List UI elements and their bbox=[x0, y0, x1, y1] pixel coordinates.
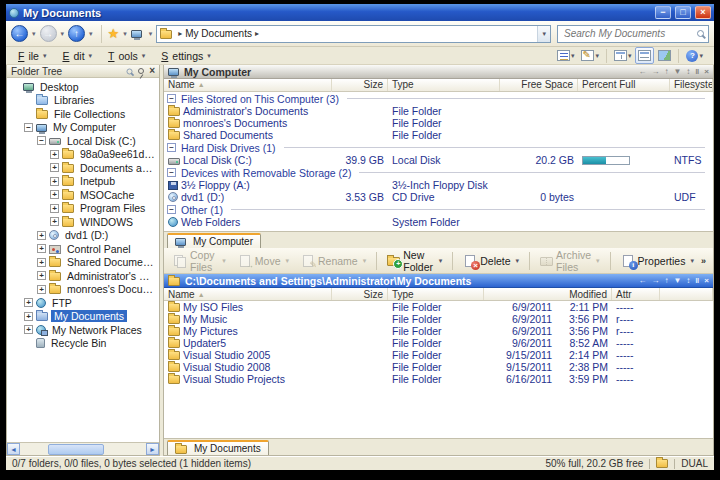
pane-back-icon[interactable]: ← bbox=[638, 277, 646, 285]
tree-expander[interactable]: + bbox=[50, 204, 59, 213]
file-row[interactable]: monroes's DocumentsFile Folder bbox=[164, 117, 713, 129]
pane-up-icon[interactable]: ↑ bbox=[664, 277, 668, 285]
pin-icon[interactable] bbox=[138, 68, 144, 74]
file-row[interactable]: Local Disk (C:)39.9 GBLocal Disk20.2 GBN… bbox=[164, 154, 713, 166]
file-row[interactable]: Visual Studio 2005File Folder9/15/20112:… bbox=[164, 349, 713, 361]
tree-item[interactable]: +Administrator's Documents bbox=[7, 269, 159, 283]
help-button[interactable]: ?▾ bbox=[683, 47, 706, 64]
chevron-down-icon[interactable]: ▾ bbox=[628, 52, 632, 60]
tree-expander[interactable]: + bbox=[24, 312, 33, 321]
toolbar-overflow-icon[interactable]: » bbox=[701, 256, 709, 266]
file-row[interactable]: My MusicFile Folder6/9/20113:56 PMr---- bbox=[164, 313, 713, 325]
preview-pane-button[interactable] bbox=[655, 47, 674, 64]
maximize-button[interactable]: □ bbox=[675, 6, 691, 19]
scroll-left-icon[interactable]: ◄ bbox=[7, 443, 20, 455]
properties-button[interactable]: Properties▾ bbox=[616, 253, 699, 269]
search-icon[interactable] bbox=[697, 30, 704, 37]
tree-expander[interactable]: + bbox=[24, 325, 33, 334]
up-button[interactable]: ↑ bbox=[68, 25, 85, 42]
pane-forward-icon[interactable]: → bbox=[651, 277, 659, 285]
tree-item[interactable]: +dvd1 (D:) bbox=[7, 229, 159, 243]
search-input[interactable] bbox=[562, 27, 697, 40]
close-button[interactable]: × bbox=[695, 6, 711, 19]
group-collapse-icon[interactable]: − bbox=[167, 205, 176, 214]
breadcrumb-item[interactable]: My Documents bbox=[185, 28, 252, 39]
column-header-filesystem[interactable]: Filesystem bbox=[670, 79, 713, 91]
tree-horizontal-scrollbar[interactable]: ◄ ► bbox=[7, 442, 159, 455]
tree-item[interactable]: +Control Panel bbox=[7, 242, 159, 256]
tree-item[interactable]: +Inetpub bbox=[7, 175, 159, 189]
tree-item[interactable]: +Shared Documents bbox=[7, 256, 159, 270]
tree-item[interactable]: +Documents and Settings bbox=[7, 161, 159, 175]
tree-item[interactable]: +My Network Places bbox=[7, 323, 159, 337]
address-breadcrumb-bar[interactable]: ▸ My Documents ▸ ▾ bbox=[156, 25, 551, 43]
tree-expander[interactable]: + bbox=[37, 244, 46, 253]
chevron-down-icon[interactable]: ▾ bbox=[571, 52, 575, 60]
tree-expander[interactable]: + bbox=[37, 271, 46, 280]
pane-dock-icon[interactable]: ▼ bbox=[673, 68, 681, 76]
pane-back-icon[interactable]: ← bbox=[638, 68, 646, 76]
pane-forward-icon[interactable]: → bbox=[651, 68, 659, 76]
file-row[interactable]: Updater5File Folder9/6/20118:52 AM----- bbox=[164, 337, 713, 349]
scrollbar-thumb[interactable] bbox=[48, 444, 104, 455]
tree-expander[interactable]: + bbox=[37, 258, 46, 267]
tree-search-icon[interactable] bbox=[127, 68, 133, 74]
minimize-button[interactable]: − bbox=[655, 6, 671, 19]
column-header-type[interactable]: Type bbox=[388, 288, 484, 300]
file-row[interactable]: Administrator's DocumentsFile Folder bbox=[164, 105, 713, 117]
pane-hold-icon[interactable]: ‖ bbox=[695, 68, 699, 76]
pane-dock-icon[interactable]: ▼ bbox=[673, 277, 681, 285]
chevron-down-icon[interactable]: ▾ bbox=[516, 257, 520, 265]
tree-item[interactable]: Recycle Bin bbox=[7, 337, 159, 351]
tree-item[interactable]: +MSOCache bbox=[7, 188, 159, 202]
folders-dropdown-icon[interactable]: ▾ bbox=[147, 30, 155, 38]
file-row[interactable]: Shared DocumentsFile Folder bbox=[164, 129, 713, 141]
menu-file[interactable]: File▾ bbox=[10, 49, 54, 63]
pane-swap-icon[interactable]: ↕ bbox=[686, 277, 690, 285]
favorites-dropdown-icon[interactable]: ▾ bbox=[121, 30, 129, 38]
pane-close-icon[interactable]: × bbox=[704, 68, 709, 76]
tree-expander[interactable]: + bbox=[50, 177, 59, 186]
back-button[interactable]: ← bbox=[11, 25, 28, 42]
column-header-name[interactable]: Name▲ bbox=[164, 79, 332, 91]
group-collapse-icon[interactable]: − bbox=[167, 143, 176, 152]
favorites-star-icon[interactable]: ★ bbox=[108, 27, 120, 40]
chevron-down-icon[interactable]: ▾ bbox=[595, 52, 599, 60]
delete-button[interactable]: Delete▾ bbox=[458, 253, 524, 269]
tree-item[interactable]: Desktop bbox=[7, 80, 159, 94]
chevron-down-icon[interactable]: ▾ bbox=[690, 257, 694, 265]
menu-edit[interactable]: Edit▾ bbox=[54, 49, 100, 63]
tree-expander[interactable]: + bbox=[50, 217, 59, 226]
pane-up-icon[interactable]: ↑ bbox=[664, 68, 668, 76]
back-dropdown-icon[interactable]: ▾ bbox=[30, 30, 38, 38]
tree-item[interactable]: +98a0a9ee61d227d5e9 bbox=[7, 148, 159, 162]
scrollbar-track[interactable] bbox=[20, 444, 146, 455]
tree-expander[interactable]: + bbox=[50, 163, 59, 172]
folders-view-icon[interactable] bbox=[131, 30, 142, 38]
tree-expander[interactable]: + bbox=[24, 298, 33, 307]
pane-swap-icon[interactable]: ↕ bbox=[686, 68, 690, 76]
column-header-type[interactable]: Type bbox=[388, 79, 500, 91]
tab-my-computer[interactable]: My Computer bbox=[167, 233, 261, 248]
tree-item[interactable]: +WINDOWS bbox=[7, 215, 159, 229]
tree-expander[interactable]: + bbox=[50, 190, 59, 199]
new-folder-button[interactable]: New Folder▾ bbox=[382, 247, 447, 275]
dual-pane-button[interactable] bbox=[635, 47, 654, 64]
menu-settings[interactable]: Settings▾ bbox=[153, 49, 218, 63]
file-row[interactable]: Web FoldersSystem Folder bbox=[164, 216, 713, 228]
pane-close-icon[interactable]: × bbox=[704, 277, 709, 285]
file-row[interactable]: Visual Studio ProjectsFile Folder6/16/20… bbox=[164, 373, 713, 385]
file-row[interactable]: My ISO FilesFile Folder6/9/20112:11 PM--… bbox=[164, 301, 713, 313]
tree-item[interactable]: File Collections bbox=[7, 107, 159, 121]
tree-expander[interactable]: − bbox=[37, 136, 46, 145]
up-dropdown-icon[interactable]: ▾ bbox=[87, 30, 95, 38]
tab-my-documents[interactable]: My Documents bbox=[167, 440, 269, 455]
column-header-size[interactable]: Size bbox=[332, 288, 388, 300]
tree-expander[interactable]: + bbox=[50, 150, 59, 159]
column-header-free-space[interactable]: Free Space bbox=[500, 79, 578, 91]
file-row[interactable]: Visual Studio 2008File Folder9/15/20112:… bbox=[164, 361, 713, 373]
menu-tools[interactable]: Tools▾ bbox=[100, 49, 153, 63]
file-row[interactable]: 3½ Floppy (A:)3½-Inch Floppy Disk bbox=[164, 179, 713, 191]
chevron-down-icon[interactable]: ▾ bbox=[699, 52, 703, 60]
edit-mode-button[interactable]: ▾ bbox=[578, 47, 602, 64]
